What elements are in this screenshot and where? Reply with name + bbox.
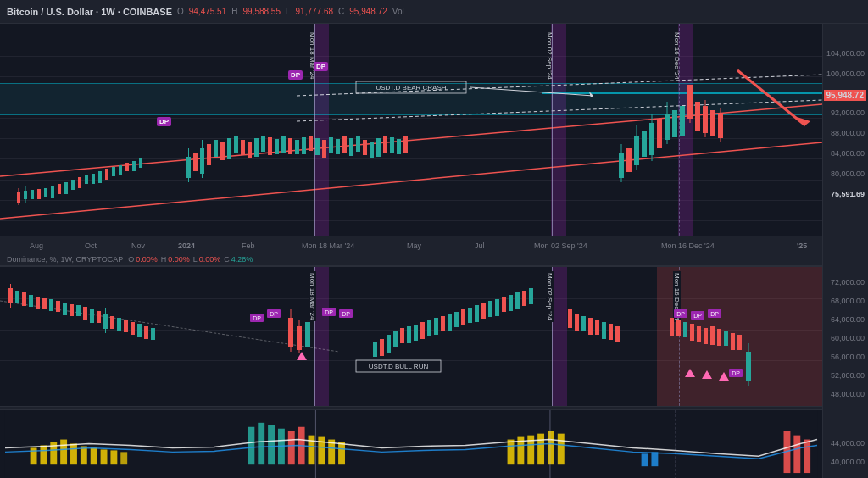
svg-rect-199	[278, 429, 285, 464]
svg-rect-185	[5, 410, 817, 478]
svg-rect-186	[31, 447, 37, 464]
svg-rect-45	[261, 136, 265, 152]
usdt-o-val: 0.00%	[136, 255, 158, 264]
svg-text:DP: DP	[693, 313, 702, 319]
svg-rect-144	[475, 305, 479, 322]
svg-rect-51	[302, 137, 306, 154]
svg-rect-42	[241, 140, 245, 155]
svg-rect-23	[85, 175, 88, 184]
svg-rect-214	[784, 431, 791, 473]
svg-rect-165	[697, 326, 701, 342]
svg-rect-44	[254, 138, 259, 157]
svg-rect-135	[414, 325, 418, 341]
usdt-c-label: C	[224, 255, 230, 264]
late-candles	[619, 85, 822, 203]
oscillator-svg	[0, 410, 822, 478]
svg-rect-93	[15, 291, 19, 303]
svg-rect-65	[397, 139, 401, 154]
svg-rect-26	[105, 169, 108, 180]
price-68000: 68,000.00	[831, 297, 865, 305]
svg-rect-95	[29, 295, 33, 307]
svg-rect-143	[468, 308, 472, 323]
svg-rect-64	[390, 137, 394, 153]
svg-rect-112	[137, 324, 142, 337]
btc-x-may: May	[407, 242, 421, 250]
svg-rect-142	[461, 309, 465, 325]
svg-rect-57	[342, 136, 347, 153]
svg-rect-138	[434, 318, 438, 335]
svg-rect-213	[651, 452, 658, 466]
svg-rect-191	[81, 446, 87, 464]
svg-rect-103	[83, 307, 87, 320]
dp-label-1: DP	[157, 117, 171, 126]
btc-x-2024: 2024	[178, 242, 195, 250]
svg-rect-22	[78, 177, 81, 188]
svg-rect-49	[288, 138, 292, 154]
svg-rect-40	[227, 138, 231, 159]
btc-date-sep02: Mon 02 Sep '24	[546, 32, 554, 80]
close-label: C	[338, 7, 344, 16]
price-80000: 80,000.00	[831, 170, 865, 178]
svg-rect-162	[676, 320, 681, 336]
svg-rect-113	[144, 326, 148, 339]
price-88000: 88,000.00	[831, 129, 865, 137]
svg-marker-128	[297, 352, 307, 360]
svg-rect-46	[268, 137, 272, 155]
svg-rect-187	[40, 445, 47, 464]
btc-x-25: '25	[797, 242, 807, 250]
usdt-l-label: L	[193, 255, 198, 264]
svg-text:DP: DP	[710, 311, 719, 317]
svg-rect-137	[427, 320, 431, 336]
svg-rect-75	[657, 119, 662, 148]
svg-rect-61	[370, 142, 374, 158]
svg-rect-60	[363, 140, 367, 155]
svg-rect-139	[441, 316, 445, 331]
btc-x-sep02: Mon 02 Sep '24	[534, 242, 587, 250]
usdt-sub-header: Dominance, %, 1W, CRYPTOCAP O 0.00% H 0.…	[0, 253, 822, 266]
svg-text:DP: DP	[270, 311, 278, 317]
svg-rect-156	[588, 318, 593, 335]
price-72000: 72,000.00	[831, 278, 865, 286]
btc-x-feb: Feb	[242, 242, 255, 250]
close-value: 95,948.72	[349, 7, 387, 16]
svg-rect-157	[595, 320, 599, 335]
svg-rect-133	[400, 328, 404, 343]
svg-rect-205	[338, 442, 345, 465]
svg-rect-97	[42, 298, 47, 309]
oscillator-chart	[0, 409, 822, 478]
svg-rect-19	[58, 184, 61, 194]
chart-title: Bitcoin / U.S. Dollar · 1W · COINBASE	[7, 7, 172, 17]
price-40000: 40,000.00	[831, 458, 865, 466]
svg-rect-63	[383, 136, 387, 153]
svg-rect-82	[695, 102, 700, 131]
svg-rect-109	[117, 318, 121, 331]
open-label: O	[177, 7, 184, 16]
svg-rect-108	[110, 316, 114, 329]
svg-rect-29	[125, 163, 129, 171]
svg-rect-134	[407, 326, 411, 343]
svg-rect-141	[454, 312, 459, 327]
svg-rect-168	[717, 329, 721, 346]
svg-rect-197	[258, 423, 264, 464]
svg-rect-194	[110, 450, 117, 464]
price-60000: 60,000.00	[831, 334, 865, 342]
price-44000: 44,000.00	[831, 439, 865, 447]
svg-rect-39	[220, 142, 225, 160]
svg-rect-55	[329, 137, 333, 153]
svg-rect-209	[537, 434, 544, 465]
usdt-c-val: 4.28%	[231, 255, 253, 264]
svg-rect-62	[376, 138, 381, 157]
usdt-chart: Mon 18 Mar '24 Mon 02 Sep '24 Mon 16 Dec…	[0, 266, 822, 423]
svg-rect-166	[704, 328, 708, 344]
vol-label: Vol	[392, 7, 404, 16]
svg-rect-198	[268, 425, 275, 464]
svg-rect-69	[626, 148, 632, 172]
svg-rect-151	[522, 291, 526, 306]
svg-rect-146	[488, 301, 492, 317]
svg-rect-164	[690, 324, 694, 341]
svg-rect-196	[248, 427, 254, 464]
svg-rect-203	[318, 437, 325, 465]
svg-rect-100	[63, 303, 67, 315]
svg-rect-28	[119, 165, 122, 175]
chart-header: Bitcoin / U.S. Dollar · 1W · COINBASE O …	[0, 0, 868, 24]
